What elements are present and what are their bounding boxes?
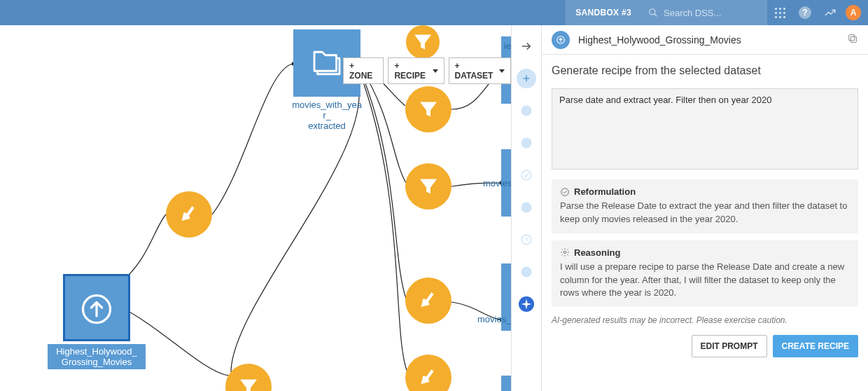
- panel-title: Highest_Holywood_Grossing_Movies: [578, 34, 839, 46]
- svg-point-14: [522, 170, 531, 180]
- dataset-label-partial: movies_ja: [477, 314, 511, 324]
- caret-down-icon: [499, 69, 505, 73]
- dataset-label-partial: movies: [483, 178, 511, 188]
- copy-icon: [847, 33, 858, 44]
- recipe-node-prepare-2[interactable]: [405, 277, 451, 324]
- dataset-upload-icon: [63, 274, 130, 341]
- broom-icon: [416, 288, 441, 313]
- reformulation-card: Reformulation Parse the Release Date to …: [552, 179, 858, 233]
- dataset-node-selected[interactable]: Highest_Holywood_Grossing_Movies: [48, 274, 146, 369]
- rail-schedule-button[interactable]: [517, 230, 536, 249]
- svg-point-22: [564, 251, 566, 254]
- add-dataset-button[interactable]: + DATASET: [449, 57, 512, 84]
- funnel-icon: [236, 374, 261, 391]
- recipe-node-prepare-3[interactable]: [405, 355, 451, 391]
- sandbox-label[interactable]: SANDBOX #3: [566, 0, 641, 25]
- reasoning-body: I will use a prepare recipe to parse the…: [560, 261, 850, 301]
- add-recipe-button[interactable]: + RECIPE: [388, 57, 444, 84]
- label: + ZONE: [349, 61, 377, 81]
- label: + DATASET: [455, 61, 497, 81]
- funnel-icon: [416, 97, 441, 122]
- rail-ai-button[interactable]: [517, 294, 536, 314]
- avatar[interactable]: A: [846, 5, 861, 20]
- search-wrap[interactable]: [641, 0, 767, 25]
- history-icon: [520, 201, 533, 214]
- add-zone-button[interactable]: + ZONE: [343, 57, 384, 84]
- broom-icon: [416, 365, 441, 390]
- check-circle-icon: [520, 169, 533, 181]
- edit-prompt-button[interactable]: EDIT PROMPT: [692, 335, 767, 357]
- svg-point-15: [522, 203, 532, 213]
- reformulation-body: Parse the Release Date to extract the ye…: [560, 200, 850, 226]
- svg-rect-19: [850, 36, 856, 42]
- svg-point-12: [522, 106, 532, 116]
- caret-down-icon: [433, 69, 438, 73]
- reasoning-card: Reasoning I will use a prepare recipe to…: [552, 240, 858, 308]
- card-title-text: Reasoning: [574, 247, 620, 258]
- copy-button[interactable]: [847, 33, 858, 47]
- topbar: SANDBOX #3 ? A: [0, 0, 868, 25]
- svg-point-0: [650, 9, 655, 15]
- list-icon: [520, 137, 533, 149]
- rail-check-button[interactable]: [517, 165, 536, 185]
- rail-history-button[interactable]: [517, 198, 536, 217]
- arrow-right-icon: [520, 40, 533, 53]
- label: + RECIPE: [394, 61, 429, 81]
- dataset-node-partial-4[interactable]: [501, 376, 511, 391]
- sparkle-icon: [519, 296, 534, 312]
- dataset-label: Highest_Holywood_Grossing_Movies: [48, 344, 146, 369]
- funnel-icon: [416, 174, 441, 199]
- help-icon: ?: [799, 6, 811, 19]
- ai-disclaimer: AI-generated results may be incorrect. P…: [552, 315, 858, 325]
- svg-point-21: [561, 188, 569, 196]
- rail-collapse-button[interactable]: [517, 36, 536, 56]
- side-rail: [511, 25, 542, 391]
- check-circle-icon: [560, 187, 570, 197]
- panel-actions: EDIT PROMPT CREATE RECIPE: [552, 325, 858, 369]
- dataset-label-partial: ies: [504, 41, 511, 51]
- recipe-node-filter-top-half[interactable]: [406, 25, 440, 59]
- add-menu: + ZONE + RECIPE + DATASET: [343, 57, 511, 84]
- activity-button[interactable]: [818, 0, 843, 25]
- apps-button[interactable]: [767, 0, 792, 25]
- rail-add-button[interactable]: [517, 69, 536, 88]
- svg-point-13: [522, 138, 532, 149]
- info-icon: [520, 104, 533, 117]
- dataset-header-icon: [552, 31, 570, 49]
- broom-icon: [176, 202, 202, 227]
- clock-icon: [520, 233, 533, 246]
- svg-point-17: [522, 267, 532, 277]
- prompt-input[interactable]: [552, 88, 858, 170]
- chat-icon: [520, 266, 533, 278]
- dataset-label: movies_with_year_extracted: [292, 100, 362, 131]
- card-title-text: Reformulation: [574, 186, 636, 197]
- plus-icon: [520, 72, 533, 85]
- recipe-node-filter-2[interactable]: [405, 163, 451, 210]
- search-icon: [648, 8, 658, 18]
- panel-body: Generate recipe from the selected datase…: [542, 55, 868, 391]
- rail-info-button[interactable]: [517, 101, 536, 121]
- right-panel: Highest_Holywood_Grossing_Movies Generat…: [542, 25, 868, 391]
- panel-header: Highest_Holywood_Grossing_Movies: [542, 25, 868, 55]
- gear-icon: [560, 247, 570, 257]
- recipe-node-filter-3[interactable]: [225, 364, 272, 391]
- funnel-icon: [410, 29, 435, 55]
- rail-discuss-button[interactable]: [517, 262, 536, 282]
- flow-canvas[interactable]: Highest_Holywood_Grossing_Movies movies_…: [0, 25, 511, 391]
- apps-grid-icon: [775, 8, 785, 18]
- recipe-node-prepare-1[interactable]: [166, 191, 212, 238]
- panel-heading: Generate recipe from the selected datase…: [552, 64, 858, 77]
- trend-icon: [824, 6, 836, 19]
- svg-line-1: [654, 14, 657, 17]
- search-input[interactable]: [664, 8, 755, 18]
- help-button[interactable]: ?: [792, 0, 818, 25]
- svg-rect-20: [849, 34, 855, 40]
- recipe-node-filter-1[interactable]: [405, 86, 451, 132]
- create-recipe-button[interactable]: CREATE RECIPE: [773, 335, 858, 357]
- rail-list-button[interactable]: [517, 133, 536, 153]
